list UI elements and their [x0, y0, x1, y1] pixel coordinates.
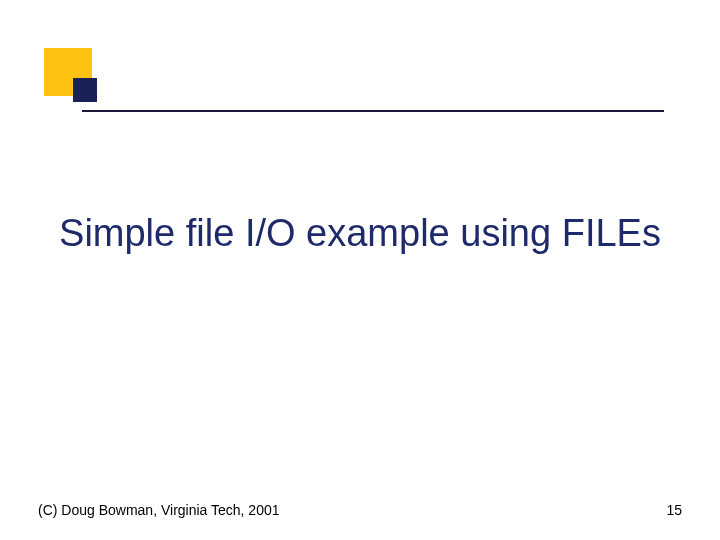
copyright-text: (C) Doug Bowman, Virginia Tech, 2001 — [38, 502, 280, 518]
divider — [82, 110, 664, 112]
page-number: 15 — [666, 502, 682, 518]
slide-title: Simple file I/O example using FILEs — [0, 210, 720, 258]
slide: Simple file I/O example using FILEs (C) … — [0, 0, 720, 540]
slide-footer: (C) Doug Bowman, Virginia Tech, 2001 15 — [38, 502, 682, 518]
corner-decoration — [44, 48, 114, 118]
navy-square-icon — [73, 78, 97, 102]
